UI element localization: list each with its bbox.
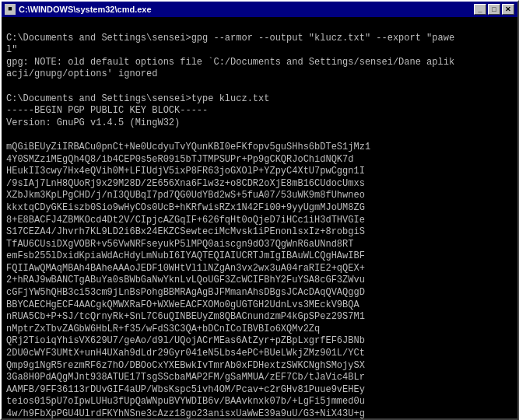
terminal-line: HEukII3cwy7Hx4eQVih0M+LFIUdjV5ixP8FR63jo…	[6, 166, 365, 177]
cmd-window: ■ C:\WINDOWS\system32\cmd.exe _ □ ✕ C:\D…	[0, 0, 519, 420]
terminal-line: 2+hRAJ9wBANCTgABuYa0sBWbGaNwYknLvLQoUGF3…	[6, 275, 365, 285]
maximize-button[interactable]: □	[488, 4, 500, 15]
terminal-line: QRj2TioiqYhisVX629U7/geAo/d9l/UQojACrMEa…	[6, 335, 365, 346]
terminal-line: kkxtqCDyGKEiszb0Sio9wHyCOs0UcB+hKRfwisRZ…	[6, 202, 365, 213]
terminal-line: acji/gnupg/options' ignored	[6, 68, 157, 79]
terminal-line: nMptrZxTbvZAGbW6HbLR+f35/wFdS3C3QA+bDCnI…	[6, 324, 320, 334]
terminal-line: l"	[6, 44, 17, 55]
terminal-line: 4w/h9FbXpPGU4UlrdFKYhNSne3cAzz18go23anis…	[6, 408, 365, 418]
terminal-line: C:\Documents and Settings\sensei>gpg --a…	[6, 33, 454, 44]
terminal-line: gpg: NOTE: old default options file `C:/…	[6, 57, 454, 68]
terminal-line: emFsb255lDxidKpiaWdAcHdyLmNubI6IYAQTEQIA…	[6, 250, 365, 261]
terminal-line: BBYCAECHgECF4AACgkQMWXRaFO+WXWeEACFXOMo0…	[6, 299, 359, 310]
terminal-line: cGFjYW5hQHB3ci53cm9jLnBsPohgBBMRAgAgBJFM…	[6, 287, 365, 298]
terminal-line: /9sIAj7LnH8QUoRj9x29M28D/2E656Xna6Flw3z+…	[6, 178, 365, 189]
terminal-content[interactable]: C:\Documents and Settings\sensei>gpg --a…	[2, 17, 517, 418]
terminal-line: 2DU0cWYF3UMtX+unH4UXah9dLdr29Gyr041eN5Lb…	[6, 348, 365, 359]
terminal-line: S17CEZA4/Jhvrh7KL9LD2i6Bx24EKZCSewteciMc…	[6, 226, 365, 237]
terminal-line: FQIIAwQMAqMBAh4BAheAAAoJEDF10WHtVl1lNZgA…	[6, 263, 365, 274]
terminal-line: XZbJkm3KpLPgCHD/j/nI3QUBqI7pd7QG0UdYBd2w…	[6, 190, 365, 201]
close-button[interactable]: ✕	[502, 4, 514, 15]
terminal-line: 3Ga8H0PdAQgMJnt938ATUE17TsgSScbaMAP2FM/g…	[6, 372, 365, 383]
terminal-line: Version: GnuPG v1.4.5 (MingW32)	[6, 117, 180, 128]
window-icon: ■	[5, 4, 16, 15]
terminal-line: teios015pU7oIpwLUHu3fUpQaWNpuBVYWDIB6v/B…	[6, 396, 365, 407]
minimize-button[interactable]: _	[474, 4, 486, 15]
terminal-line: AAMFB/9FF36113rDUvGIF4aUP/WbsKspc5ivh4OM…	[6, 384, 365, 395]
terminal-line: 4Y0SMZziMEgQh4Q8/ib4CEP0s5eR09i5bTJTMPSU…	[6, 154, 353, 165]
title-bar-buttons: _ □ ✕	[474, 4, 514, 15]
terminal-line: C:\Documents and Settings\sensei>type kl…	[6, 93, 269, 104]
title-bar: ■ C:\WINDOWS\system32\cmd.exe _ □ ✕	[2, 2, 517, 17]
terminal-line: nRUA5Cb+P+SJ/tcQrnyRk+SnL7C6uQINBEUyZm8Q…	[6, 311, 365, 322]
title-bar-left: ■ C:\WINDOWS\system32\cmd.exe	[5, 4, 152, 15]
terminal-line: -----BEGIN PGP PUBLIC KEY BLOCK-----	[6, 105, 208, 116]
window-title: C:\WINDOWS\system32\cmd.exe	[19, 5, 152, 14]
terminal-line: TfAU6CUsiDXgVOBR+v56VwNRFseyukP5lMPQ0ais…	[6, 239, 353, 250]
terminal-line: Qmp9g1NgR5rezmRF6z7hO/DBOoCxYXEBwkIvTmrA…	[6, 360, 365, 371]
terminal-line: mQGiBEUyZiIRBACu0pnCt+Ne0UcdyuTvYQunKBI0…	[6, 142, 370, 152]
terminal-line: 8+E8BACFJ4ZBMKOcd4Dt2V/CIpjcAZGqIF+626fq…	[6, 215, 365, 226]
